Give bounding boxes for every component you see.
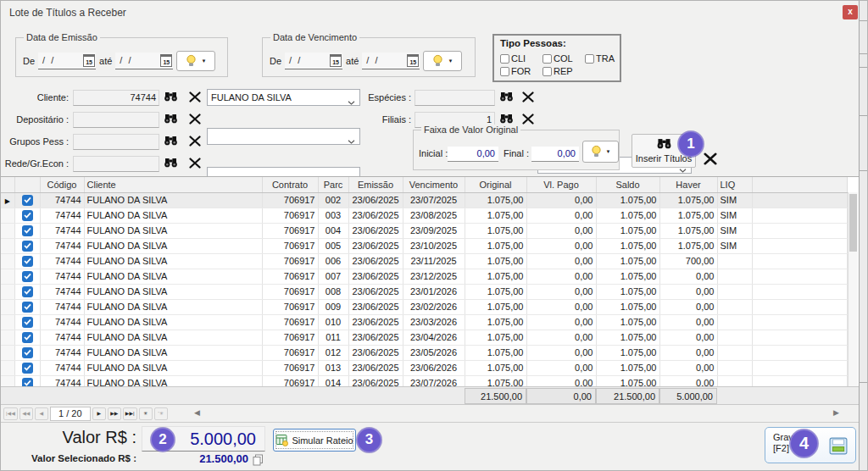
- table-row[interactable]: ▶ 74744 FULANO DA SILVA 706917 011 23/06…: [1, 330, 847, 345]
- row-checkbox-cell[interactable]: [14, 314, 40, 330]
- column-header-vl-pago[interactable]: Vl. Pago: [526, 177, 596, 192]
- column-header-cliente[interactable]: Cliente: [84, 177, 262, 192]
- row-checkbox[interactable]: [22, 317, 33, 328]
- row-checkbox[interactable]: [22, 241, 33, 252]
- grupos-pess-clear-x-icon[interactable]: [189, 136, 203, 147]
- scrollbar-thumb[interactable]: [849, 194, 857, 252]
- table-row[interactable]: ▶ 74744 FULANO DA SILVA 706917 008 23/06…: [1, 284, 847, 299]
- cliente-search-binoculars-icon[interactable]: [164, 91, 178, 103]
- table-row[interactable]: ▶ 74744 FULANO DA SILVA 706917 010 23/06…: [1, 314, 847, 330]
- row-checkbox[interactable]: [22, 302, 33, 313]
- column-header-haver[interactable]: Haver: [659, 177, 717, 192]
- row-checkbox[interactable]: [22, 347, 33, 358]
- depositario-search-binoculars-icon[interactable]: [164, 114, 178, 125]
- table-row[interactable]: ▶ 74744 FULANO DA SILVA 706917 005 23/06…: [1, 238, 847, 253]
- column-header-contrato[interactable]: Contrato: [262, 177, 318, 192]
- row-checkbox[interactable]: [22, 378, 33, 387]
- hscroll-left-arrow-icon[interactable]: ◀: [194, 408, 200, 417]
- row-checkbox-cell[interactable]: [14, 345, 40, 360]
- row-checkbox[interactable]: [22, 271, 33, 282]
- checkbox-tra[interactable]: [585, 54, 594, 64]
- emissao-de-input[interactable]: / /15: [38, 53, 96, 69]
- calendar-icon[interactable]: 15: [407, 54, 419, 67]
- column-header-saldo[interactable]: Saldo: [596, 177, 659, 192]
- faixa-filter-lamp-button[interactable]: ▼: [582, 141, 619, 163]
- column-header-codigo[interactable]: Código: [40, 177, 84, 192]
- copy-icon[interactable]: [253, 454, 264, 466]
- row-checkbox[interactable]: [22, 286, 33, 297]
- final-input[interactable]: 0,00: [531, 147, 579, 162]
- row-checkbox[interactable]: [22, 332, 33, 343]
- depositario-code-field[interactable]: [73, 112, 159, 128]
- vencimento-filter-lamp-button[interactable]: ▼: [423, 51, 462, 71]
- nav-button[interactable]: ◀: [35, 407, 48, 420]
- vencimento-ate-input[interactable]: / /15: [362, 53, 420, 69]
- simular-rateio-button[interactable]: Simular Rateio: [273, 429, 356, 452]
- especies-code-field[interactable]: [415, 90, 495, 106]
- cliente-code-field[interactable]: 74744: [73, 90, 159, 106]
- row-checkbox-cell[interactable]: [14, 238, 40, 253]
- nav-button[interactable]: ✳: [139, 407, 153, 420]
- nav-button[interactable]: ▶: [92, 407, 106, 420]
- rede-greco-search-binoculars-icon[interactable]: [164, 158, 178, 169]
- depositario-clear-x-icon[interactable]: [189, 114, 203, 125]
- row-checkbox[interactable]: [22, 256, 33, 267]
- table-row[interactable]: ▶ 74744 FULANO DA SILVA 706917 013 23/06…: [1, 360, 847, 375]
- filiais-clear-x-icon[interactable]: [522, 114, 536, 125]
- checkbox-col[interactable]: [542, 54, 552, 64]
- row-checkbox-cell[interactable]: [14, 192, 40, 208]
- nav-button[interactable]: '✳: [154, 407, 168, 420]
- depositario-combo[interactable]: [207, 128, 360, 145]
- checkbox-cli[interactable]: [500, 54, 509, 64]
- table-row[interactable]: ▶ 74744 FULANO DA SILVA 706917 012 23/06…: [1, 345, 847, 360]
- table-row[interactable]: ▶ 74744 FULANO DA SILVA 706917 002 23/06…: [1, 192, 847, 208]
- table-row[interactable]: ▶ 74744 FULANO DA SILVA 706917 014 23/06…: [1, 375, 847, 386]
- row-checkbox-cell[interactable]: [14, 375, 40, 386]
- row-checkbox-cell[interactable]: [14, 208, 40, 223]
- row-checkbox-cell[interactable]: [14, 330, 40, 345]
- close-button[interactable]: x: [843, 5, 858, 19]
- grid-vertical-scrollbar[interactable]: [848, 192, 858, 386]
- nav-button[interactable]: ▶▶|: [123, 407, 137, 420]
- checkbox-rep[interactable]: [542, 67, 552, 76]
- row-checkbox[interactable]: [22, 210, 33, 221]
- nav-button[interactable]: |◀◀: [3, 407, 18, 420]
- row-checkbox-cell[interactable]: [14, 223, 40, 238]
- grupos-pess-search-binoculars-icon[interactable]: [164, 136, 178, 147]
- filiais-search-binoculars-icon[interactable]: [500, 114, 514, 125]
- column-header-original[interactable]: Original: [465, 177, 526, 192]
- column-header-liq[interactable]: LIQ: [717, 177, 752, 192]
- grupos-pess-code-field[interactable]: [73, 134, 159, 150]
- table-row[interactable]: ▶ 74744 FULANO DA SILVA 706917 007 23/06…: [1, 269, 847, 284]
- emissao-ate-input[interactable]: / /15: [115, 53, 173, 69]
- row-checkbox-cell[interactable]: [14, 253, 40, 269]
- row-checkbox-cell[interactable]: [14, 299, 40, 314]
- calendar-icon[interactable]: 15: [160, 54, 172, 67]
- calendar-icon[interactable]: 15: [330, 54, 342, 67]
- rede-greco-clear-x-icon[interactable]: [189, 158, 203, 169]
- checkbox-for[interactable]: [500, 67, 509, 76]
- row-checkbox-cell[interactable]: [14, 360, 40, 375]
- column-header-parc[interactable]: Parc: [318, 177, 348, 192]
- especies-search-binoculars-icon[interactable]: [500, 91, 514, 103]
- nav-button[interactable]: ▶▶: [108, 407, 121, 420]
- table-row[interactable]: ▶ 74744 FULANO DA SILVA 706917 006 23/06…: [1, 253, 847, 269]
- row-checkbox[interactable]: [22, 195, 33, 206]
- vencimento-de-input[interactable]: / /15: [285, 53, 342, 69]
- especies-clear-x-icon[interactable]: [522, 91, 536, 103]
- row-checkbox[interactable]: [22, 363, 33, 374]
- row-checkbox-cell[interactable]: [14, 269, 40, 284]
- table-row[interactable]: ▶ 74744 FULANO DA SILVA 706917 009 23/06…: [1, 299, 847, 314]
- rede-greco-code-field[interactable]: [73, 156, 159, 172]
- calendar-icon[interactable]: 15: [83, 54, 95, 67]
- inserir-clear-x-icon[interactable]: [704, 152, 717, 164]
- row-checkbox[interactable]: [22, 225, 33, 236]
- column-header-emissao[interactable]: Emissão: [348, 177, 403, 192]
- cliente-clear-x-icon[interactable]: [189, 91, 203, 103]
- hscroll-right-arrow-icon[interactable]: ▶: [833, 408, 839, 417]
- emissao-filter-lamp-button[interactable]: ▼: [176, 51, 215, 71]
- column-header-vencimento[interactable]: Vencimento: [403, 177, 465, 192]
- table-row[interactable]: ▶ 74744 FULANO DA SILVA 706917 003 23/06…: [1, 208, 847, 223]
- nav-button[interactable]: ◀◀: [19, 407, 33, 420]
- row-checkbox-cell[interactable]: [14, 284, 40, 299]
